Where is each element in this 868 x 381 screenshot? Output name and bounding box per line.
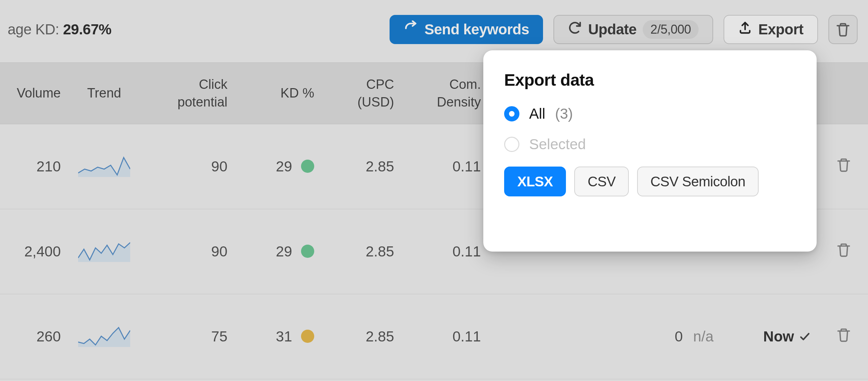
export-all-label: All xyxy=(529,105,545,122)
cell-volume: 2,400 xyxy=(0,243,69,260)
cell-com-density: 0.11 xyxy=(403,243,490,260)
send-keywords-label: Send keywords xyxy=(424,21,529,38)
export-option-all[interactable]: All (3) xyxy=(504,105,796,122)
kd-difficulty-dot xyxy=(301,330,314,343)
kd-difficulty-dot xyxy=(301,160,314,173)
send-keywords-button[interactable]: Send keywords xyxy=(390,15,543,44)
cell-now: Now xyxy=(722,328,819,345)
cell-cpc: 2.85 xyxy=(323,243,403,260)
avg-kd-value: 29.67% xyxy=(63,21,111,37)
sparkline-icon xyxy=(78,153,130,177)
table-row: 2607531 2.850.110n/aNow xyxy=(0,294,868,379)
update-button[interactable]: Update 2/5,000 xyxy=(553,15,713,44)
cell-volume: 210 xyxy=(0,158,69,175)
export-selected-label: Selected xyxy=(529,136,586,153)
trash-icon xyxy=(836,242,851,257)
export-format-row: XLSX CSV CSV Semicolon xyxy=(504,167,796,196)
export-option-selected[interactable]: Selected xyxy=(504,136,796,153)
cell-click-potential: 90 xyxy=(139,243,236,260)
col-volume[interactable]: Volume xyxy=(0,84,69,102)
cell-kd: 29 xyxy=(236,243,323,260)
cell-click-potential: 90 xyxy=(139,158,236,175)
cell-com-density: 0.11 xyxy=(403,328,490,345)
format-csv-semicolon-button[interactable]: CSV Semicolon xyxy=(637,167,759,196)
kd-difficulty-dot xyxy=(301,245,314,258)
export-all-count: (3) xyxy=(555,105,573,122)
cell-volume: 260 xyxy=(0,328,69,345)
col-click-potential[interactable]: Click potential xyxy=(139,76,236,111)
delete-all-button[interactable] xyxy=(828,15,858,44)
row-delete-button[interactable] xyxy=(819,157,868,176)
trash-icon xyxy=(835,22,851,37)
trash-icon xyxy=(836,327,851,342)
sparkline-icon xyxy=(78,323,130,347)
cell-trend xyxy=(69,238,139,265)
avg-kd-text: age KD: xyxy=(8,21,63,37)
row-delete-button[interactable] xyxy=(819,242,868,261)
toolbar: age KD: 29.67% Send keywords Update 2/5,… xyxy=(0,14,868,45)
cell-trend xyxy=(69,153,139,180)
sparkline-icon xyxy=(78,238,130,262)
arrow-redo-icon xyxy=(403,20,418,39)
cell-cpc: 2.85 xyxy=(323,158,403,175)
trash-icon xyxy=(836,157,851,172)
col-kd-percent[interactable]: KD % xyxy=(236,84,323,102)
update-count-pill: 2/5,000 xyxy=(643,20,699,39)
col-com-density[interactable]: Com. Density xyxy=(403,76,490,111)
format-xlsx-button[interactable]: XLSX xyxy=(504,167,566,196)
update-label: Update xyxy=(588,21,636,38)
export-popover: Export data All (3) Selected XLSX CSV CS… xyxy=(483,50,817,252)
row-delete-button[interactable] xyxy=(819,327,868,346)
average-kd-label: age KD: 29.67% xyxy=(8,21,111,38)
radio-icon xyxy=(504,137,519,152)
col-trend[interactable]: Trend xyxy=(69,84,139,102)
radio-icon xyxy=(504,106,519,121)
export-button[interactable]: Export xyxy=(724,15,818,44)
export-icon xyxy=(738,21,752,38)
col-cpc-usd[interactable]: CPC (USD) xyxy=(323,76,403,111)
export-title: Export data xyxy=(504,70,796,90)
refresh-icon xyxy=(568,21,582,38)
cell-kd: 29 xyxy=(236,158,323,175)
cell-cpc: 2.85 xyxy=(323,328,403,345)
cell-com-density: 0.11 xyxy=(403,158,490,175)
format-csv-button[interactable]: CSV xyxy=(574,167,629,196)
export-label: Export xyxy=(758,21,803,38)
cell-misc: 0n/a xyxy=(646,328,722,345)
check-icon xyxy=(799,331,811,342)
cell-click-potential: 75 xyxy=(139,328,236,345)
cell-trend xyxy=(69,323,139,350)
cell-kd: 31 xyxy=(236,328,323,345)
